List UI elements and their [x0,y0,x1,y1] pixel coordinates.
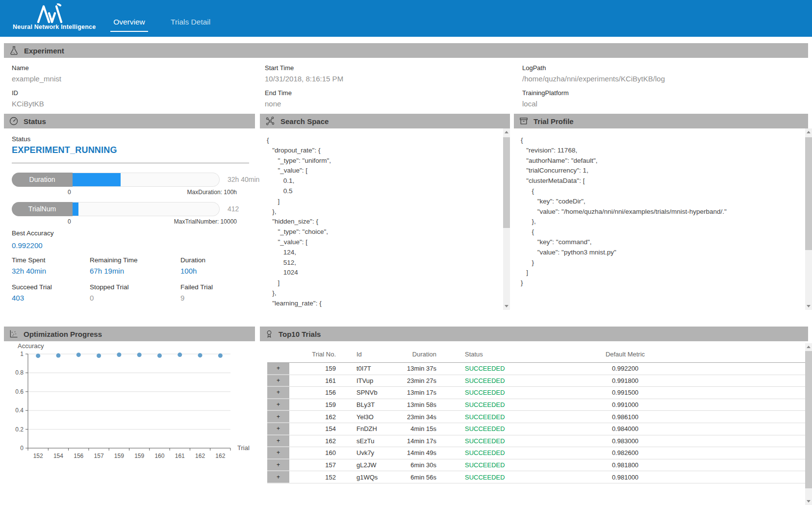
experiment-title: Experiment [24,47,64,55]
duration-cell: 23min 34s [395,413,436,421]
training-platform-value: local [522,99,665,109]
data-point[interactable] [157,354,162,358]
table-row: + 152 g1WQs 6min 56s SUCCEEDED 0.981000 [267,471,806,483]
svg-text:Trial: Trial [237,444,250,452]
nni-logo-block: Neural Network Intelligence [13,2,88,30]
trial-no-cell: 162 [289,413,336,421]
trialnum-progress-bar: TrialNum 412 [12,202,220,216]
trialnum-bar-range: 0 MaxTrialNumber: 10000 [68,218,237,225]
status-cell: SUCCEEDED [436,474,522,481]
svg-text:0.6: 0.6 [15,388,24,395]
trial-profile-panel: Trial Profile { "revision": 11768, "auth… [514,114,812,310]
duration-cell: 13min 58s [395,401,436,408]
status-cell: SUCCEEDED [436,413,522,421]
svg-text:0.8: 0.8 [15,369,24,376]
stat-time-spent: Time Spent 32h 40min [12,256,46,275]
top-trials-section-bar: Top10 Trials [260,327,808,341]
logpath-value: /home/quzha/nni/experiments/KCiBytKB/log [522,74,665,84]
data-point[interactable] [198,353,203,357]
status-panel: Status Status EXPERIMENT_RUNNING Duratio… [4,114,255,310]
expand-button[interactable]: + [267,375,289,387]
duration-bar-fill [73,173,121,186]
trial-no-cell: 162 [289,437,336,445]
metric-cell: 0.984000 [522,425,728,432]
metric-cell: 0.981000 [522,474,728,481]
name-label: Name [12,64,61,72]
best-accuracy-label: Best Accuracy [12,229,54,237]
name-value: example_mnist [12,74,61,84]
data-point[interactable] [117,353,121,357]
stat-duration: Duration 100h [180,256,205,275]
trialnum-bar-track [73,202,220,216]
scroll-down-icon[interactable] [805,498,812,505]
divider [12,163,249,163]
scroll-up-icon[interactable] [805,128,812,135]
table-body: + 159 t0I7T 13min 37s SUCCEEDED 0.992200… [267,363,806,483]
plus-icon: + [277,474,280,480]
expand-button[interactable]: + [267,411,289,423]
expand-button[interactable]: + [267,435,289,447]
status-title: Status [24,117,46,126]
scroll-down-icon[interactable] [805,303,812,310]
expand-button[interactable]: + [267,471,289,483]
search-space-json: { "dropout_rate": { "_type": "uniform", … [267,135,499,309]
best-accuracy-value: 0.992200 [12,241,43,250]
tab-overview[interactable]: Overview [110,18,148,32]
scrollbar-thumb[interactable] [503,137,510,228]
top-trials-scrollbar[interactable] [805,343,812,505]
status-cell: SUCCEEDED [436,437,522,445]
data-point[interactable] [97,354,101,358]
scrollbar-thumb[interactable] [805,351,812,488]
svg-text:160: 160 [154,453,164,459]
scroll-down-icon[interactable] [503,303,510,310]
status-cell: SUCCEEDED [436,377,522,384]
tab-trials-detail[interactable]: Trials Detail [171,18,210,31]
data-point[interactable] [76,353,81,357]
expand-button[interactable]: + [267,363,289,375]
start-time-value: 10/31/2018, 8:16:15 PM [265,74,343,84]
id-column-header: Id [336,351,395,358]
experiment-info: Name example_mnist ID KCiBytKB Start Tim… [4,58,808,114]
archive-box-icon [519,116,529,126]
stat-stopped-trial: Stopped Trial 0 [90,283,129,302]
data-point[interactable] [137,353,142,357]
search-space-scrollbar[interactable] [503,128,510,310]
expand-column-header [267,346,289,362]
data-point[interactable] [178,353,182,357]
start-time-label: Start Time [265,64,343,72]
table-row: + 162 sEzTu 14min 17s SUCCEEDED 0.983000 [267,435,806,448]
data-point[interactable] [218,354,223,358]
svg-text:0: 0 [20,445,24,452]
trial-profile-section-bar: Trial Profile [514,114,808,128]
trial-id-cell: SPNVb [336,389,395,396]
duration-cell: 13min 37s [395,365,436,372]
svg-text:0.4: 0.4 [15,407,24,414]
training-platform-label: TrainingPlatform [522,89,665,97]
trial-profile-scrollbar[interactable] [805,128,812,310]
table-row: + 162 Yel3O 23min 34s SUCCEEDED 0.986100 [267,411,806,423]
expand-button[interactable]: + [267,399,289,411]
search-space-section-bar: Search Space [260,114,510,128]
expand-button[interactable]: + [267,459,289,471]
plus-icon: + [277,414,280,420]
expand-button[interactable]: + [267,447,289,459]
metric-cell: 0.986100 [522,413,728,421]
end-time-label: End Time [265,89,343,97]
scrollbar-thumb[interactable] [805,137,812,250]
trialnum-bar-fill [73,202,78,216]
svg-text:162: 162 [195,453,205,459]
gauge-icon [9,116,19,126]
status-section-bar: Status [4,114,255,128]
svg-text:159: 159 [114,453,124,459]
scroll-up-icon[interactable] [805,343,812,350]
trial-no-cell: 156 [289,389,336,396]
expand-button[interactable]: + [267,387,289,399]
data-point[interactable] [36,354,40,358]
metric-cell: 0.981800 [522,461,728,469]
trial-id-cell: ITVup [336,377,395,384]
metric-cell: 0.983000 [522,437,728,445]
scroll-up-icon[interactable] [503,128,510,135]
data-point[interactable] [56,354,60,358]
svg-text:162: 162 [215,453,225,459]
expand-button[interactable]: + [267,423,289,435]
